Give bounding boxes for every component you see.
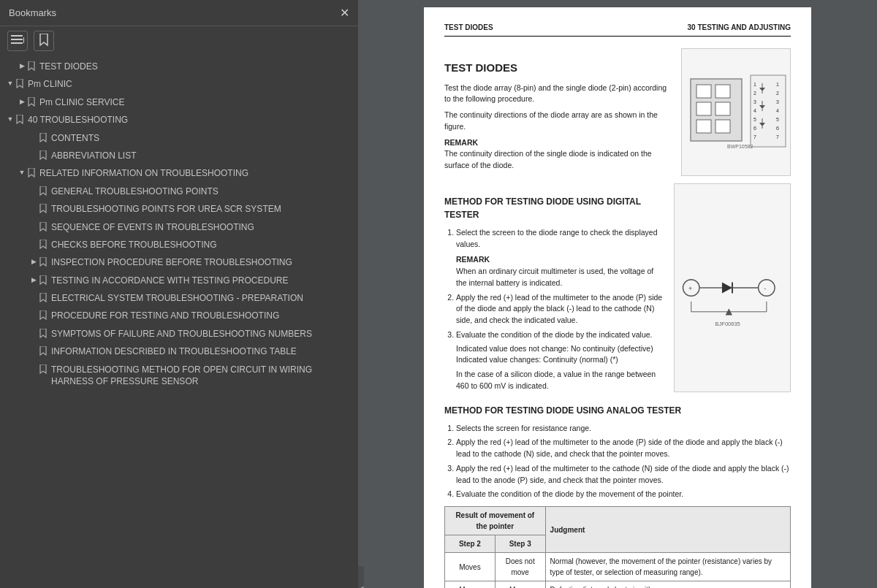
section-title: TEST DIODES bbox=[444, 60, 672, 77]
bookmark-icon-testing-accordance bbox=[39, 275, 51, 288]
svg-rect-2 bbox=[11, 42, 23, 44]
bookmark-label-electrical-prep: ELECTRICAL SYSTEM TROUBLESHOOTING - PREP… bbox=[51, 292, 352, 305]
svg-rect-0 bbox=[11, 35, 23, 37]
bookmark-item-procedure-testing[interactable]: PROCEDURE FOR TESTING AND TROUBLESHOOTIN… bbox=[0, 308, 358, 325]
table-col1: Step 2 bbox=[445, 535, 496, 553]
bookmark-label-general-points: GENERAL TROUBLESHOOTING POINTS bbox=[51, 186, 352, 198]
method1-text: METHOD FOR TESTING DIODE USING DIGITAL T… bbox=[444, 183, 665, 392]
table-row-1: MovesMovesDefective (internal short circ… bbox=[445, 581, 791, 589]
bookmark-item-troubleshooting[interactable]: ▼40 TROUBLESHOOTING bbox=[0, 112, 358, 129]
svg-text:5: 5 bbox=[753, 117, 756, 122]
svg-text:+: + bbox=[688, 284, 692, 291]
method1-step2: Apply the red (+) lead of the multimeter… bbox=[456, 292, 665, 327]
document-page: TEST DIODES 30 TESTING AND ADJUSTING TES… bbox=[424, 7, 811, 588]
bookmark-item-test-diodes[interactable]: ▶TEST DIODES bbox=[0, 58, 358, 76]
svg-point-42 bbox=[759, 279, 775, 296]
svg-text:BWP10582: BWP10582 bbox=[727, 144, 753, 149]
bookmark-item-sequence[interactable]: SEQUENCE OF EVENTS IN TROUBLESHOOTING bbox=[0, 219, 358, 237]
bookmark-label-related-info: RELATED INFORMATION ON TROUBLESHOOTING bbox=[39, 167, 352, 180]
tree-container[interactable]: ▶TEST DIODES▼Pm CLINIC▶Pm CLINIC SERVICE… bbox=[0, 56, 358, 588]
tree-arrow-test-diodes: ▶ bbox=[16, 61, 28, 71]
indicated-no-change: Indicated value does not change: No cont… bbox=[456, 343, 665, 355]
bookmark-item-pm-clinic[interactable]: ▼Pm CLINIC bbox=[0, 76, 358, 93]
close-button[interactable]: ✕ bbox=[340, 6, 349, 20]
svg-text:3: 3 bbox=[776, 99, 779, 104]
svg-text:2: 2 bbox=[776, 91, 779, 96]
method1-remark-label: REMARK bbox=[456, 254, 665, 266]
list-view-button[interactable] bbox=[7, 31, 28, 51]
bookmark-label-abbreviation: ABBREVIATION LIST bbox=[51, 150, 352, 162]
svg-text:6: 6 bbox=[776, 126, 779, 131]
bookmark-icon-general-points bbox=[39, 186, 51, 199]
table-row-0: MovesDoes not moveNormal (however, the m… bbox=[445, 553, 791, 581]
bookmark-item-inspection-procedure[interactable]: ▶INSPECTION PROCEDURE BEFORE TROUBLESHOO… bbox=[0, 254, 358, 272]
doc-header-left: TEST DIODES bbox=[444, 22, 493, 33]
bookmark-item-contents[interactable]: CONTENTS bbox=[0, 130, 358, 148]
bookmark-label-pm-clinic-service: Pm CLINIC SERVICE bbox=[39, 96, 352, 109]
bookmark-icon-abbreviation bbox=[39, 150, 51, 163]
bookmark-item-testing-accordance[interactable]: ▶TESTING IN ACCORDANCE WITH TESTING PROC… bbox=[0, 272, 358, 290]
bookmark-item-troubleshooting-method[interactable]: TROUBLESHOOTING METHOD FOR OPEN CIRCUIT … bbox=[0, 362, 358, 391]
remark-label: REMARK bbox=[444, 137, 672, 149]
svg-text:6: 6 bbox=[753, 126, 756, 131]
bookmark-label-inspection-procedure: INSPECTION PROCEDURE BEFORE TROUBLESHOOT… bbox=[51, 256, 352, 269]
bookmark-tool-button[interactable] bbox=[34, 31, 54, 51]
table-col2: Step 3 bbox=[495, 535, 545, 553]
table-body: MovesDoes not moveNormal (however, the m… bbox=[445, 553, 791, 589]
bookmark-label-urea-scr: TROUBLESHOOTING POINTS FOR UREA SCR SYST… bbox=[51, 203, 352, 215]
bookmark-item-urea-scr[interactable]: TROUBLESHOOTING POINTS FOR UREA SCR SYST… bbox=[0, 201, 358, 218]
bookmark-item-abbreviation[interactable]: ABBREVIATION LIST bbox=[0, 148, 358, 165]
bookmark-item-info-described[interactable]: INFORMATION DESCRIBED IN TROUBLESHOOTING… bbox=[0, 343, 358, 361]
table-col3: Judgment bbox=[545, 507, 790, 553]
svg-text:4: 4 bbox=[753, 108, 756, 113]
svg-text:7: 7 bbox=[753, 134, 756, 140]
bookmark-icon-symptoms bbox=[39, 329, 51, 341]
svg-rect-1 bbox=[11, 39, 23, 40]
method1-circuit-image: + - BJF00635 bbox=[674, 183, 791, 392]
bookmark-tool-icon bbox=[39, 34, 49, 49]
svg-rect-3 bbox=[23, 37, 24, 43]
diode-array-image: 1 2 3 4 5 6 7 1 2 3 4 5 6 7 bbox=[681, 48, 791, 176]
bookmark-label-test-diodes: TEST DIODES bbox=[39, 61, 352, 73]
svg-text:3: 3 bbox=[753, 99, 756, 104]
svg-text:2: 2 bbox=[753, 91, 756, 96]
method1-step1: Select the screen to the diode range to … bbox=[456, 227, 665, 289]
bookmark-icon-contents bbox=[39, 133, 51, 145]
tree-arrow-inspection-procedure: ▶ bbox=[28, 257, 39, 267]
doc-header-right: 30 TESTING AND ADJUSTING bbox=[688, 22, 791, 33]
collapse-handle[interactable]: ◀ bbox=[358, 566, 364, 588]
bookmark-icon-procedure-testing bbox=[39, 310, 51, 323]
document-panel: TEST DIODES 30 TESTING AND ADJUSTING TES… bbox=[358, 0, 877, 588]
bookmark-icon-troubleshooting-method bbox=[39, 364, 51, 377]
bookmark-icon-info-described bbox=[39, 346, 51, 359]
method1-remark-text: When an ordinary circuit multimeter is u… bbox=[456, 266, 665, 289]
bookmark-icon-test-diodes bbox=[28, 61, 39, 74]
row-step2-1: Moves bbox=[445, 581, 496, 589]
svg-text:7: 7 bbox=[776, 134, 779, 140]
svg-rect-6 bbox=[715, 85, 730, 98]
silicon-note: In the case of a silicon diode, a value … bbox=[456, 369, 665, 392]
bookmark-item-checks-before[interactable]: CHECKS BEFORE TROUBLESHOOTING bbox=[0, 237, 358, 254]
bookmark-item-symptoms[interactable]: SYMPTOMS OF FAILURE AND TROUBLESHOOTING … bbox=[0, 326, 358, 343]
bookmark-label-info-described: INFORMATION DESCRIBED IN TROUBLESHOOTING… bbox=[51, 345, 352, 358]
method2-title: METHOD FOR TESTING DIODE USING ANALOG TE… bbox=[444, 404, 791, 417]
bookmark-item-electrical-prep[interactable]: ELECTRICAL SYSTEM TROUBLESHOOTING - PREP… bbox=[0, 290, 358, 308]
row-step3-0: Does not move bbox=[495, 553, 545, 581]
method1-steps: Select the screen to the diode range to … bbox=[444, 227, 665, 366]
svg-text:-: - bbox=[764, 284, 766, 291]
tree-arrow-pm-clinic: ▼ bbox=[4, 79, 16, 88]
bookmark-label-sequence: SEQUENCE OF EVENTS IN TROUBLESHOOTING bbox=[51, 221, 352, 234]
results-table: Result of movement of the pointer Judgme… bbox=[444, 506, 791, 588]
bookmark-item-pm-clinic-service[interactable]: ▶Pm CLINIC SERVICE bbox=[0, 94, 358, 112]
bookmark-item-related-info[interactable]: ▼RELATED INFORMATION ON TROUBLESHOOTING bbox=[0, 165, 358, 183]
svg-rect-10 bbox=[715, 120, 730, 133]
svg-marker-39 bbox=[722, 282, 732, 293]
intro-text: Test the diode array (8-pin) and the sin… bbox=[444, 83, 672, 106]
bookmark-icon-troubleshooting bbox=[16, 115, 28, 127]
tree-arrow-troubleshooting: ▼ bbox=[4, 115, 16, 124]
tree-arrow-related-info: ▼ bbox=[16, 168, 28, 177]
test-diodes-section: TEST DIODES Test the diode array (8-pin)… bbox=[444, 48, 791, 176]
row-step3-1: Moves bbox=[495, 581, 545, 589]
bookmark-item-general-points[interactable]: GENERAL TROUBLESHOOTING POINTS bbox=[0, 183, 358, 201]
svg-rect-7 bbox=[696, 102, 711, 115]
